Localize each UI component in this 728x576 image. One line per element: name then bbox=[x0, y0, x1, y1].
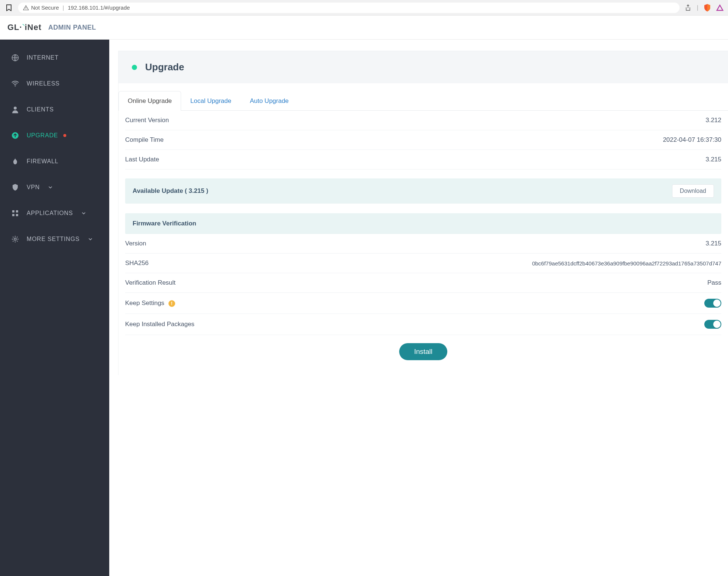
upgrade-icon bbox=[11, 131, 19, 140]
sidebar-item-label: CLIENTS bbox=[27, 106, 54, 113]
keep-packages-toggle[interactable] bbox=[704, 320, 721, 329]
install-button[interactable]: Install bbox=[399, 343, 447, 360]
sha256-value: 0bc6f79ae5631dcff2b40673e36a909fbe90096a… bbox=[532, 260, 721, 267]
wifi-icon bbox=[11, 80, 19, 88]
user-icon bbox=[11, 106, 19, 114]
app-header: GL·◝iNet ADMIN PANEL bbox=[0, 16, 728, 40]
firmware-verification-heading: Firmware Verification bbox=[125, 213, 721, 234]
keep-packages-label: Keep Installed Packages bbox=[125, 321, 194, 328]
keep-settings-label: Keep Settings ! bbox=[125, 299, 175, 307]
bookmark-icon[interactable] bbox=[4, 3, 13, 12]
chevron-down-icon bbox=[49, 186, 52, 188]
share-icon[interactable] bbox=[684, 4, 692, 11]
compile-time-label: Compile Time bbox=[125, 136, 164, 144]
row-version: Version 3.215 bbox=[125, 234, 721, 254]
url-bar[interactable]: Not Secure | 192.168.101.1/#/upgrade bbox=[18, 2, 680, 13]
sidebar-item-label: FIREWALL bbox=[27, 158, 59, 165]
available-update-label: Available Update ( 3.215 ) bbox=[133, 187, 208, 195]
version-value: 3.215 bbox=[705, 240, 721, 247]
gear-icon bbox=[11, 235, 19, 243]
sha256-label: SHA256 bbox=[125, 259, 148, 267]
install-row: Install bbox=[125, 335, 721, 364]
row-compile-time: Compile Time 2022-04-07 16:37:30 bbox=[125, 130, 721, 150]
sidebar-item-applications[interactable]: APPLICATIONS bbox=[0, 200, 109, 226]
sidebar-item-clients[interactable]: CLIENTS bbox=[0, 97, 109, 123]
svg-rect-1 bbox=[26, 9, 26, 9]
tabs: Online Upgrade Local Upgrade Auto Upgrad… bbox=[118, 91, 728, 111]
row-keep-settings: Keep Settings ! bbox=[125, 293, 721, 314]
tab-online-upgrade[interactable]: Online Upgrade bbox=[118, 91, 181, 111]
sidebar: INTERNET WIRELESS CLIENTS UPGRADE bbox=[0, 40, 109, 576]
panel-header: Upgrade bbox=[118, 51, 728, 83]
verification-result-label: Verification Result bbox=[125, 279, 176, 287]
sidebar-item-wireless[interactable]: WIRELESS bbox=[0, 71, 109, 97]
keep-settings-toggle[interactable] bbox=[704, 299, 721, 308]
status-dot-icon bbox=[132, 65, 137, 70]
verification-result-value: Pass bbox=[707, 279, 721, 287]
header-title: ADMIN PANEL bbox=[48, 24, 96, 31]
upgrade-section: Current Version 3.212 Compile Time 2022-… bbox=[118, 111, 728, 375]
shield-icon bbox=[11, 183, 19, 191]
sidebar-item-firewall[interactable]: FIREWALL bbox=[0, 148, 109, 174]
row-keep-packages: Keep Installed Packages bbox=[125, 314, 721, 335]
last-update-value: 3.215 bbox=[705, 156, 721, 163]
page-title: Upgrade bbox=[145, 61, 184, 73]
current-version-value: 3.212 bbox=[705, 117, 721, 124]
chevron-down-icon bbox=[82, 212, 86, 214]
version-label: Version bbox=[125, 240, 146, 247]
chevron-down-icon bbox=[89, 238, 92, 240]
apps-icon bbox=[11, 209, 19, 217]
tab-auto-upgrade[interactable]: Auto Upgrade bbox=[241, 91, 298, 111]
row-last-update: Last Update 3.215 bbox=[125, 150, 721, 170]
current-version-label: Current Version bbox=[125, 117, 169, 124]
sidebar-item-label: VPN bbox=[27, 184, 40, 191]
sidebar-item-upgrade[interactable]: UPGRADE bbox=[0, 123, 109, 148]
sidebar-item-vpn[interactable]: VPN bbox=[0, 174, 109, 200]
tab-local-upgrade[interactable]: Local Upgrade bbox=[181, 91, 241, 111]
sidebar-item-label: UPGRADE bbox=[27, 132, 58, 139]
warning-icon bbox=[23, 5, 29, 10]
info-icon[interactable]: ! bbox=[168, 300, 175, 307]
row-current-version: Current Version 3.212 bbox=[125, 111, 721, 130]
firewall-icon bbox=[11, 157, 19, 165]
brand-prefix: GL bbox=[7, 23, 20, 32]
row-verification-result: Verification Result Pass bbox=[125, 273, 721, 293]
tab-label: Local Upgrade bbox=[190, 97, 231, 104]
svg-point-10 bbox=[14, 238, 16, 240]
browser-bar: Not Secure | 192.168.101.1/#/upgrade | bbox=[0, 0, 728, 16]
compile-time-value: 2022-04-07 16:37:30 bbox=[663, 136, 721, 144]
svg-point-4 bbox=[14, 107, 17, 110]
svg-rect-0 bbox=[26, 7, 26, 9]
last-update-label: Last Update bbox=[125, 156, 159, 163]
browser-separator: | bbox=[697, 4, 698, 11]
wifi-icon: ◝ bbox=[23, 23, 25, 28]
keep-settings-text: Keep Settings bbox=[125, 299, 164, 307]
url-separator: | bbox=[63, 4, 64, 11]
download-button[interactable]: Download bbox=[672, 184, 714, 198]
svg-rect-9 bbox=[16, 214, 18, 216]
brave-shield-icon[interactable] bbox=[704, 4, 711, 11]
tab-label: Auto Upgrade bbox=[250, 97, 289, 104]
url-text: 192.168.101.1/#/upgrade bbox=[68, 4, 130, 11]
sidebar-item-internet[interactable]: INTERNET bbox=[0, 45, 109, 71]
upgrade-panel: Upgrade Online Upgrade Local Upgrade Aut… bbox=[118, 51, 728, 375]
main-content: Upgrade Online Upgrade Local Upgrade Aut… bbox=[109, 40, 728, 576]
sidebar-item-label: MORE SETTINGS bbox=[27, 236, 80, 242]
svg-rect-8 bbox=[12, 214, 14, 216]
tab-label: Online Upgrade bbox=[128, 97, 172, 104]
brand-suffix: iNet bbox=[25, 23, 42, 32]
notification-dot-icon bbox=[63, 134, 66, 137]
svg-point-3 bbox=[15, 86, 16, 87]
globe-icon bbox=[11, 54, 19, 62]
sidebar-item-label: APPLICATIONS bbox=[27, 210, 73, 217]
sidebar-item-more-settings[interactable]: MORE SETTINGS bbox=[0, 226, 109, 252]
browser-actions: | bbox=[684, 4, 724, 11]
not-secure-indicator: Not Secure bbox=[23, 4, 59, 11]
available-update-bar: Available Update ( 3.215 ) Download bbox=[125, 178, 721, 204]
row-sha256: SHA256 0bc6f79ae5631dcff2b40673e36a909fb… bbox=[125, 254, 721, 273]
svg-rect-7 bbox=[16, 210, 18, 212]
svg-rect-6 bbox=[12, 210, 14, 212]
sidebar-item-label: WIRELESS bbox=[27, 80, 60, 87]
sidebar-item-label: INTERNET bbox=[27, 54, 59, 61]
brave-triangle-icon[interactable] bbox=[716, 4, 724, 11]
